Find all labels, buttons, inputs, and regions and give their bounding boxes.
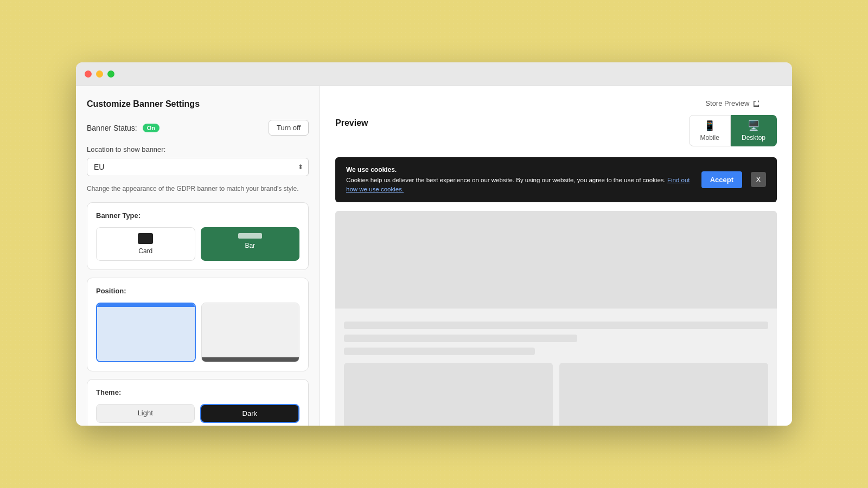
maximize-button[interactable]: [107, 70, 114, 78]
theme-title: Theme:: [96, 388, 299, 396]
helper-text: Change the appearance of the GDPR banner…: [87, 184, 309, 194]
store-preview-label: Store Preview: [705, 99, 749, 107]
theme-option-dark[interactable]: Dark: [200, 404, 300, 423]
position-option-bottom[interactable]: [201, 303, 300, 362]
close-button[interactable]: [85, 70, 92, 78]
panel-title: Customize Banner Settings: [87, 99, 309, 109]
skeleton-line-2: [344, 335, 577, 342]
device-btn-mobile[interactable]: 📱 Mobile: [689, 115, 731, 146]
preview-header: Preview Store Preview 📱 Mobile: [335, 99, 777, 146]
position-options: [96, 303, 299, 362]
location-label: Location to show banner:: [87, 145, 309, 153]
card-label: Card: [138, 247, 152, 255]
main-window: Customize Banner Settings Banner Status:…: [76, 62, 792, 426]
turn-off-button[interactable]: Turn off: [269, 120, 309, 136]
skeleton-card-1: [344, 363, 553, 426]
cookie-banner-preview: We use cookies. Cookies help us deliever…: [335, 157, 777, 202]
preview-title: Preview: [335, 118, 368, 128]
skeleton-line-3: [344, 348, 535, 355]
right-panel: Preview Store Preview 📱 Mobile: [320, 86, 792, 426]
website-skeleton: [335, 211, 777, 426]
skeleton-card-2: [559, 363, 768, 426]
position-bottom-bar: [202, 357, 299, 362]
store-preview-link[interactable]: Store Preview: [705, 99, 760, 107]
theme-options: Light Dark: [96, 404, 299, 423]
banner-type-options: Card Bar: [96, 227, 299, 261]
status-label: Banner Status:: [87, 124, 137, 132]
content-area: Customize Banner Settings Banner Status:…: [76, 86, 792, 426]
theme-option-light[interactable]: Light: [96, 404, 195, 423]
card-icon: [138, 233, 153, 244]
skeleton-cards: [344, 363, 768, 426]
mobile-label: Mobile: [700, 134, 719, 142]
preview-controls: Store Preview 📱 Mobile 🖥️ Desktop: [689, 99, 777, 146]
location-select[interactable]: EU All US: [87, 158, 309, 176]
skeleton-body: [335, 315, 777, 426]
external-link-icon: [752, 100, 760, 107]
position-section: Position:: [87, 278, 309, 371]
banner-type-section: Banner Type: Card Bar: [87, 202, 309, 270]
banner-type-title: Banner Type:: [96, 211, 299, 220]
theme-section: Theme: Light Dark: [87, 379, 309, 426]
position-bottom-content: [202, 303, 299, 357]
status-badge: On: [143, 124, 159, 132]
device-toggle: 📱 Mobile 🖥️ Desktop: [689, 115, 777, 146]
position-title: Position:: [96, 287, 299, 295]
desktop-icon: 🖥️: [748, 120, 760, 132]
cookie-close-button[interactable]: X: [751, 172, 766, 187]
skeleton-line-1: [344, 322, 768, 329]
cookie-headline: We use cookies.: [346, 165, 693, 175]
skeleton-hero: [335, 211, 777, 309]
status-row-left: Banner Status: On: [87, 124, 159, 132]
bar-icon: [238, 233, 262, 239]
cookie-text: We use cookies. Cookies help us deliever…: [346, 165, 693, 195]
cookie-body: Cookies help us deliever the best experi…: [346, 177, 666, 183]
location-select-wrapper: EU All US ⬍: [87, 158, 309, 176]
banner-status-row: Banner Status: On Turn off: [87, 120, 309, 136]
type-option-bar[interactable]: Bar: [201, 227, 300, 261]
cookie-accept-button[interactable]: Accept: [701, 171, 742, 188]
device-btn-desktop[interactable]: 🖥️ Desktop: [731, 115, 777, 146]
minimize-button[interactable]: [96, 70, 103, 78]
position-top-content: [97, 307, 195, 361]
type-option-card[interactable]: Card: [96, 227, 195, 261]
desktop-label: Desktop: [742, 134, 765, 142]
position-option-top[interactable]: [96, 303, 196, 362]
bar-label: Bar: [245, 242, 255, 249]
titlebar: [76, 62, 792, 86]
mobile-icon: 📱: [704, 120, 716, 132]
left-panel: Customize Banner Settings Banner Status:…: [76, 86, 320, 426]
